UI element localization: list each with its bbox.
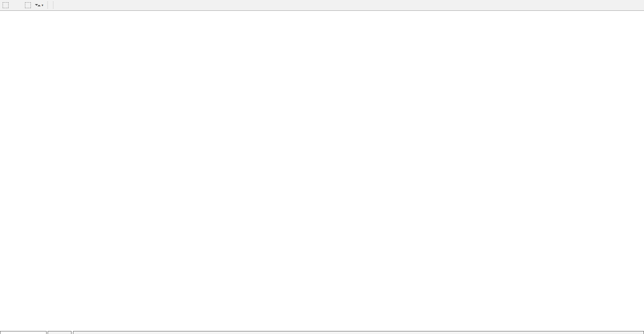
bottom-tab-strip [0, 331, 644, 334]
toolbar-grip [52, 1, 54, 9]
toolbar: ▾ [0, 0, 644, 11]
bottom-tab[interactable] [0, 331, 47, 334]
period-separators-button[interactable] [1, 1, 10, 9]
bottom-tab[interactable] [48, 331, 71, 334]
text-box-button[interactable] [23, 1, 33, 9]
trading-app-window: ▾ [0, 0, 644, 334]
text-label-button[interactable] [12, 1, 22, 9]
chart-canvas[interactable] [0, 0, 644, 334]
toolbar-grip [46, 1, 49, 9]
text-box-icon [25, 2, 31, 8]
cycle-chart-button[interactable]: ▾ [34, 1, 44, 9]
cycle-arrows-icon [35, 3, 41, 8]
bottom-tab[interactable] [73, 331, 644, 334]
period-separators-icon [3, 2, 9, 8]
chevron-down-icon: ▾ [42, 3, 44, 7]
